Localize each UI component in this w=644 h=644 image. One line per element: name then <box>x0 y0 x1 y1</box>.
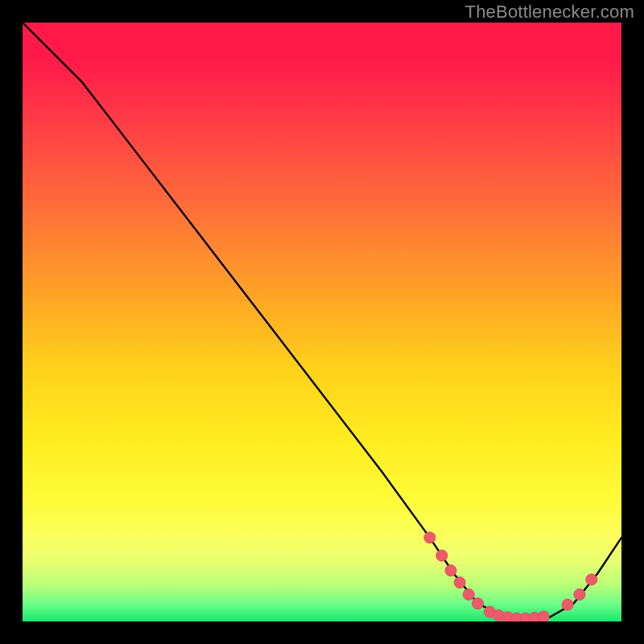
attribution-text: TheBottlenecker.com <box>465 2 634 23</box>
chart-overlay <box>23 23 621 621</box>
data-marker <box>586 574 597 585</box>
data-marker <box>463 589 474 601</box>
data-marker <box>424 532 436 543</box>
data-marker <box>436 550 448 561</box>
data-marker <box>562 599 573 610</box>
data-marker <box>445 565 456 576</box>
data-marker <box>472 598 483 609</box>
data-markers <box>424 532 597 621</box>
bottleneck-curve <box>23 23 621 618</box>
data-marker <box>454 577 465 588</box>
data-marker <box>574 589 585 601</box>
chart-plot-area <box>23 23 621 621</box>
data-marker <box>538 611 549 621</box>
curve-path <box>23 23 621 618</box>
